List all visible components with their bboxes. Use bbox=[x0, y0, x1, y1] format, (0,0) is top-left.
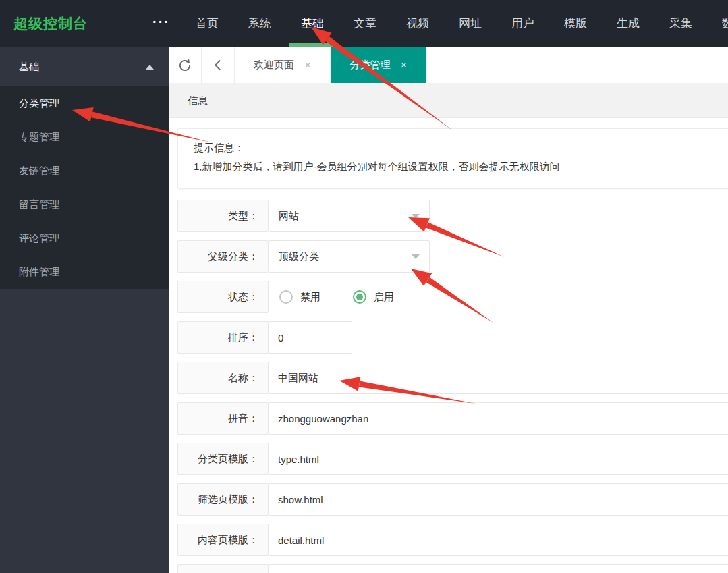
refresh-icon bbox=[177, 58, 192, 73]
parent-category-select-value: 顶级分类 bbox=[269, 241, 429, 272]
back-icon bbox=[214, 60, 225, 71]
form-row-sort: 排序： bbox=[177, 321, 728, 354]
radio-dot bbox=[356, 294, 363, 300]
nav-item-data[interactable]: 数 bbox=[722, 0, 728, 47]
tab-category-label: 分类管理 bbox=[350, 59, 391, 72]
sidebar-item-attachment[interactable]: 附件管理 bbox=[0, 255, 169, 289]
name-input[interactable] bbox=[269, 362, 728, 394]
sidebar-group-label: 基础 bbox=[19, 61, 39, 72]
field-label: 父级分类： bbox=[177, 240, 269, 273]
radio-enabled[interactable]: 启用 bbox=[353, 290, 394, 304]
more-menu-icon[interactable]: ··· bbox=[152, 0, 170, 47]
chevron-down-icon bbox=[412, 254, 420, 259]
field-label: 状态： bbox=[177, 281, 269, 313]
detail-template-input[interactable] bbox=[269, 524, 728, 556]
nav-item-template[interactable]: 模版 bbox=[564, 0, 587, 47]
field-label: 分类页模版： bbox=[177, 443, 269, 475]
form-row-pinyin: 拼音： bbox=[177, 402, 728, 435]
parent-category-select[interactable]: 顶级分类 bbox=[269, 240, 430, 273]
field-label bbox=[177, 564, 269, 573]
tab-bar: 欢迎页面 × 分类管理 × bbox=[169, 47, 728, 83]
form-row-name: 名称： bbox=[177, 362, 728, 394]
sidebar-item-category[interactable]: 分类管理 bbox=[0, 86, 169, 120]
sidebar-item-topic[interactable]: 专题管理 bbox=[0, 120, 169, 154]
collapse-arrow-icon bbox=[146, 65, 154, 70]
radio-unchecked-icon bbox=[279, 290, 293, 304]
category-template-input[interactable] bbox=[269, 443, 728, 475]
radio-disabled-label: 禁用 bbox=[300, 291, 320, 304]
status-radio-group: 禁用 启用 bbox=[269, 281, 394, 313]
nav-item-home[interactable]: 首页 bbox=[196, 0, 219, 47]
radio-disabled[interactable]: 禁用 bbox=[279, 290, 320, 304]
sidebar-group-basic[interactable]: 基础 bbox=[0, 47, 169, 86]
field-label: 筛选页模版： bbox=[177, 483, 269, 516]
tab-welcome[interactable]: 欢迎页面 × bbox=[235, 47, 331, 83]
type-select[interactable]: 网站 bbox=[269, 200, 430, 232]
nav-item-basic-label: 基础 bbox=[301, 17, 324, 30]
form-row-detail-template: 内容页模版： bbox=[177, 524, 728, 556]
top-navbar: 超级控制台 ··· 首页 系统 基础 文章 视频 网址 用户 模版 生成 采集 … bbox=[0, 0, 728, 47]
next-field-input[interactable] bbox=[269, 564, 728, 573]
sidebar-item-friendlink[interactable]: 友链管理 bbox=[0, 154, 169, 188]
tab-welcome-label: 欢迎页面 bbox=[254, 59, 294, 72]
sidebar: 基础 分类管理 专题管理 友链管理 留言管理 评论管理 附件管理 bbox=[0, 47, 169, 573]
nav-item-video[interactable]: 视频 bbox=[406, 0, 429, 47]
close-icon[interactable]: × bbox=[401, 59, 408, 72]
active-nav-underline bbox=[289, 43, 336, 47]
type-select-value: 网站 bbox=[269, 200, 429, 231]
form-row-filter-template: 筛选页模版： bbox=[177, 483, 728, 516]
app-title: 超级控制台 bbox=[13, 0, 88, 47]
nav-item-article[interactable]: 文章 bbox=[354, 0, 376, 47]
nav-item-basic[interactable]: 基础 bbox=[301, 0, 324, 47]
form-row-category-template: 分类页模版： bbox=[177, 443, 728, 475]
filter-template-input[interactable] bbox=[269, 483, 728, 516]
form-row-type: 类型： 网站 bbox=[177, 200, 728, 232]
radio-enabled-label: 启用 bbox=[374, 291, 394, 304]
field-label: 类型： bbox=[177, 200, 269, 232]
top-menu: 首页 系统 基础 文章 视频 网址 用户 模版 生成 采集 数 bbox=[196, 0, 728, 47]
nav-item-collect[interactable]: 采集 bbox=[669, 0, 692, 47]
sidebar-item-comment[interactable]: 评论管理 bbox=[0, 221, 169, 255]
field-label: 名称： bbox=[177, 362, 269, 394]
notice-text: 1,新增加分类后，请到用户-会员组分别对每个组设置权限，否则会提示无权限访问 bbox=[194, 157, 728, 176]
form-row-status: 状态： 禁用 启用 bbox=[177, 281, 728, 313]
nav-item-user[interactable]: 用户 bbox=[511, 0, 534, 47]
close-icon[interactable]: × bbox=[304, 59, 311, 72]
radio-checked-icon bbox=[353, 290, 366, 304]
pinyin-input[interactable] bbox=[269, 402, 728, 435]
chevron-down-icon bbox=[412, 214, 420, 219]
notice-title: 提示信息： bbox=[194, 138, 728, 157]
field-label: 排序： bbox=[177, 321, 269, 354]
back-button[interactable] bbox=[202, 47, 235, 83]
field-label: 拼音： bbox=[177, 402, 269, 435]
sidebar-item-message[interactable]: 留言管理 bbox=[0, 188, 169, 221]
tab-category[interactable]: 分类管理 × bbox=[331, 47, 426, 83]
field-label: 内容页模版： bbox=[177, 524, 269, 556]
form-row-parent-category: 父级分类： 顶级分类 bbox=[177, 240, 728, 273]
notice-panel: 提示信息： 1,新增加分类后，请到用户-会员组分别对每个组设置权限，否则会提示无… bbox=[177, 128, 728, 189]
nav-item-website[interactable]: 网址 bbox=[459, 0, 482, 47]
sidebar-submenu: 分类管理 专题管理 友链管理 留言管理 评论管理 附件管理 bbox=[0, 86, 169, 289]
main-area: 欢迎页面 × 分类管理 × 信息 提示信息： 1,新增加分类后，请到用户-会员组… bbox=[169, 47, 728, 573]
nav-item-generate[interactable]: 生成 bbox=[617, 0, 640, 47]
refresh-button[interactable] bbox=[169, 47, 202, 83]
sort-input[interactable] bbox=[269, 321, 352, 354]
nav-item-system[interactable]: 系统 bbox=[248, 0, 271, 47]
form-row-next-partial bbox=[177, 564, 728, 573]
admin-console-window: 超级控制台 ··· 首页 系统 基础 文章 视频 网址 用户 模版 生成 采集 … bbox=[0, 0, 728, 573]
page-title: 信息 bbox=[169, 83, 728, 118]
